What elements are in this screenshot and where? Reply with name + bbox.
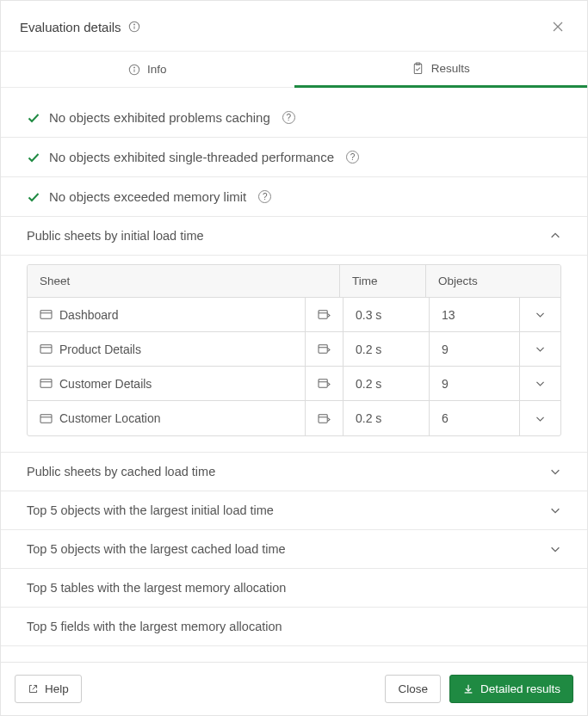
section-public-cached[interactable]: Public sheets by cached load time	[1, 453, 587, 491]
section-top-initial[interactable]: Top 5 objects with the largest initial l…	[1, 491, 587, 530]
svg-rect-22	[40, 414, 52, 422]
section-top-fields[interactable]: Top 5 fields with the largest memory all…	[1, 608, 587, 646]
close-button[interactable]: Close	[385, 675, 441, 703]
svg-rect-12	[319, 311, 327, 318]
svg-rect-24	[319, 414, 327, 422]
help-icon[interactable]: ?	[346, 151, 359, 164]
svg-rect-14	[40, 345, 52, 353]
section-top-tables[interactable]: Top 5 tables with the largest memory all…	[1, 569, 587, 608]
cell-objects: 6	[429, 401, 519, 435]
section-top-tables-label: Top 5 tables with the largest memory all…	[27, 581, 286, 595]
header-time: Time	[339, 265, 425, 297]
sheet-name: Product Details	[59, 343, 141, 356]
external-link-icon	[28, 683, 39, 694]
table-row: Dashboard0.3 s13	[28, 298, 560, 332]
header-sheet: Sheet	[28, 265, 339, 297]
expand-row-button[interactable]	[519, 298, 560, 331]
svg-rect-10	[40, 311, 52, 318]
cell-objects: 13	[429, 298, 519, 331]
status-memory-text: No objects exceeded memory limit	[49, 189, 246, 204]
chevron-up-icon	[549, 230, 561, 242]
table-row: Customer Location0.2 s6	[28, 401, 560, 435]
detailed-results-button[interactable]: Detailed results	[449, 675, 573, 703]
svg-rect-8	[414, 64, 421, 73]
dialog-header: Evaluation details	[1, 1, 587, 51]
section-top-cached-label: Top 5 objects with the largest cached lo…	[27, 542, 286, 556]
sheet-icon	[40, 378, 53, 389]
sheet-icon	[40, 309, 53, 320]
open-sheet-icon	[318, 378, 331, 389]
open-sheet-button[interactable]	[305, 401, 343, 435]
tab-results-label: Results	[431, 62, 470, 75]
cell-sheet: Customer Details	[28, 367, 305, 400]
cell-time: 0.2 s	[343, 367, 429, 400]
chevron-down-icon	[549, 504, 561, 516]
status-single-threaded: No objects exhibited single-threaded per…	[1, 138, 587, 177]
status-caching-text: No objects exhibited problems caching	[49, 110, 270, 125]
detailed-results-label: Detailed results	[480, 682, 560, 695]
status-caching: No objects exhibited problems caching ?	[1, 98, 587, 138]
open-sheet-icon	[318, 343, 331, 355]
chevron-down-icon	[549, 466, 561, 478]
help-button[interactable]: Help	[15, 675, 82, 703]
footer-left: Help	[15, 675, 82, 703]
svg-point-7	[134, 66, 135, 67]
section-top-fields-label: Top 5 fields with the largest memory all…	[27, 620, 282, 633]
help-icon[interactable]: ?	[282, 111, 295, 124]
footer-right: Close Detailed results	[385, 675, 573, 703]
sheets-table: Sheet Time Objects Dashboard0.3 s13Produ…	[27, 264, 561, 436]
status-memory: No objects exceeded memory limit ?	[1, 177, 587, 217]
table-body: Dashboard0.3 s13Product Details0.2 s9Cus…	[28, 298, 560, 435]
chevron-down-icon	[535, 413, 546, 424]
help-button-label: Help	[45, 682, 69, 695]
cell-sheet: Customer Location	[28, 401, 305, 435]
cell-objects: 9	[429, 332, 519, 366]
sheet-name: Customer Location	[59, 411, 161, 425]
tab-info[interactable]: Info	[1, 52, 294, 87]
section-top-cached[interactable]: Top 5 objects with the largest cached lo…	[1, 530, 587, 569]
sheets-table-wrap: Sheet Time Objects Dashboard0.3 s13Produ…	[1, 256, 587, 453]
sheet-icon	[40, 413, 53, 424]
cell-time: 0.3 s	[343, 298, 429, 331]
section-public-initial-label: Public sheets by initial load time	[27, 229, 204, 243]
evaluation-dialog: Evaluation details Info Results No objec…	[0, 0, 588, 716]
sheet-name: Customer Details	[59, 377, 152, 391]
info-icon	[128, 64, 140, 76]
clipboard-check-icon	[412, 62, 424, 75]
section-top-initial-label: Top 5 objects with the largest initial l…	[27, 503, 274, 517]
help-icon[interactable]: ?	[258, 190, 271, 203]
tabs: Info Results	[1, 51, 587, 88]
cell-sheet: Dashboard	[28, 298, 305, 331]
close-icon[interactable]	[548, 16, 568, 37]
table-row: Customer Details0.2 s9	[28, 367, 560, 401]
check-icon	[27, 111, 40, 125]
section-public-initial[interactable]: Public sheets by initial load time	[1, 217, 587, 256]
svg-rect-18	[40, 380, 52, 387]
table-row: Product Details0.2 s9	[28, 332, 560, 367]
tab-info-label: Info	[147, 63, 167, 76]
tab-results[interactable]: Results	[294, 52, 588, 88]
open-sheet-button[interactable]	[305, 332, 343, 366]
open-sheet-icon	[318, 413, 331, 424]
open-sheet-icon	[318, 309, 331, 320]
content: No objects exhibited problems caching ? …	[1, 88, 587, 662]
svg-rect-20	[319, 380, 327, 387]
open-sheet-button[interactable]	[305, 367, 343, 400]
cell-time: 0.2 s	[343, 332, 429, 366]
cell-sheet: Product Details	[28, 332, 305, 366]
download-icon	[462, 683, 474, 695]
chevron-down-icon	[535, 378, 546, 389]
svg-rect-16	[319, 345, 327, 353]
expand-row-button[interactable]	[519, 367, 560, 400]
open-sheet-button[interactable]	[305, 298, 343, 331]
sheet-name: Dashboard	[59, 308, 119, 322]
expand-row-button[interactable]	[519, 332, 560, 366]
section-public-cached-label: Public sheets by cached load time	[27, 465, 215, 478]
table-header-row: Sheet Time Objects	[28, 265, 560, 298]
cell-time: 0.2 s	[343, 401, 429, 435]
expand-row-button[interactable]	[519, 401, 560, 435]
close-button-label: Close	[398, 682, 428, 695]
dialog-footer: Help Close Detailed results	[1, 662, 587, 715]
status-single-threaded-text: No objects exhibited single-threaded per…	[49, 150, 334, 164]
info-icon[interactable]	[128, 21, 140, 33]
